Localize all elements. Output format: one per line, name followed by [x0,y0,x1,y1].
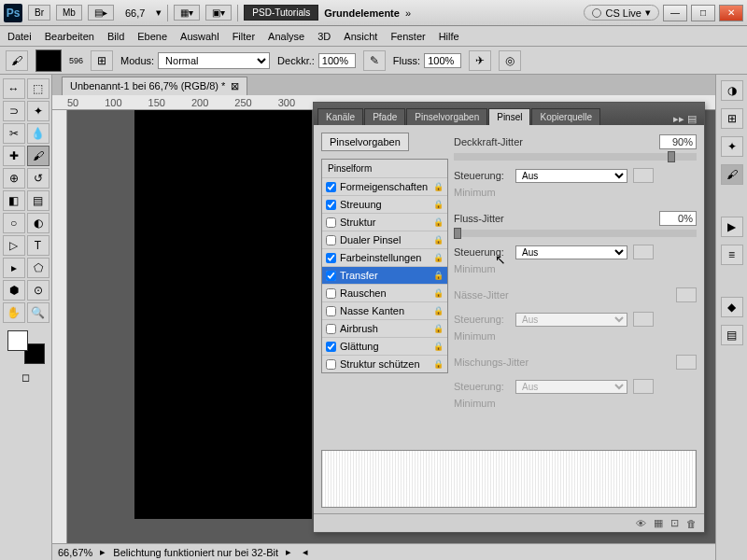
menu-bearbeiten[interactable]: Bearbeiten [45,31,94,42]
document-tab[interactable]: Unbenannt-1 bei 66,7% (RGB/8) *⊠ [62,77,247,95]
menu-filter[interactable]: Filter [233,31,255,42]
status-zoom[interactable]: 66,67% [58,547,92,558]
gradient-tool[interactable]: ▤ [27,190,49,211]
brush-tool[interactable]: 🖌 [27,146,49,166]
brush-option-checkbox[interactable] [326,342,336,352]
status-info-icon[interactable]: ▸ [100,546,106,558]
shape-tool[interactable]: ⬠ [27,258,49,278]
mode-select[interactable]: Normal [158,52,270,69]
brush-presets-button[interactable]: Pinselvorgaben [321,133,409,151]
dock-styles-icon[interactable]: ✦ [721,136,743,157]
brush-option-checkbox[interactable] [326,288,336,299]
film-icon[interactable]: ▤▸ [88,5,114,21]
br-button[interactable]: Br [28,5,50,21]
3d-cam-tool[interactable]: ⊙ [27,280,49,301]
opacity-control-select[interactable]: Aus [515,169,627,183]
toggle-preview-icon[interactable]: 👁 [636,518,646,529]
menu-hilfe[interactable]: Hilfe [439,31,459,42]
tab-kanaele[interactable]: Kanäle [317,108,363,125]
trash-icon[interactable]: 🗑 [686,518,697,529]
eraser-tool[interactable]: ◧ [3,190,25,211]
mb-button[interactable]: Mb [56,5,82,21]
flow-jitter-value[interactable]: 0% [659,211,697,226]
quickmask-icon[interactable]: ◻ [2,371,49,384]
menu-ebene[interactable]: Ebene [137,31,167,42]
brush-option-formeigenschaften[interactable]: Formeigenschaften🔒 [322,177,447,195]
brush-option-streuung[interactable]: Streuung🔒 [322,195,447,213]
dock-play-icon[interactable]: ▶ [721,217,743,237]
opacity-jitter-slider[interactable] [454,153,697,161]
lasso-tool[interactable]: ⊃ [3,101,25,121]
brush-list-header[interactable]: Pinselform [322,160,447,177]
brush-option-transfer[interactable]: Transfer🔒 [322,266,447,284]
screen-icon[interactable]: ▣▾ [205,5,232,21]
brush-option-checkbox[interactable] [326,182,336,192]
tab-pinselvorgaben[interactable]: Pinselvorgaben [406,108,487,125]
brush-option-checkbox[interactable] [326,217,336,228]
dock-layers-icon[interactable]: ▤ [721,325,743,345]
brush-option-checkbox[interactable] [326,235,336,245]
pen-tool[interactable]: ▷ [3,235,25,256]
artboard[interactable] [134,110,312,519]
dock-color-icon[interactable]: ◑ [721,80,743,101]
brush-option-nasse-kanten[interactable]: Nasse Kanten🔒 [322,301,447,319]
lock-icon[interactable]: 🔒 [433,271,444,280]
lock-icon[interactable]: 🔒 [433,182,444,191]
workspace-psd-tutorials[interactable]: PSD-Tutorials [244,5,318,21]
tab-pfade[interactable]: Pfade [364,108,405,125]
tab-kopierquelle[interactable]: Kopierquelle [531,108,600,125]
close-tab-icon[interactable]: ⊠ [231,80,239,92]
lock-icon[interactable]: 🔒 [433,235,444,245]
maximize-button[interactable]: □ [691,5,715,21]
flow-control-select[interactable]: Aus [515,245,627,259]
lock-icon[interactable]: 🔒 [433,200,444,209]
dodge-tool[interactable]: ◐ [27,213,49,233]
brush-option-struktur-schützen[interactable]: Struktur schützen🔒 [322,355,447,372]
opacity-input[interactable] [318,53,356,68]
minimize-button[interactable]: — [663,5,687,21]
marquee-tool[interactable]: ⬚ [27,78,49,99]
menu-analyse[interactable]: Analyse [268,31,304,42]
menu-3d[interactable]: 3D [317,31,331,42]
brush-option-glättung[interactable]: Glättung🔒 [322,337,447,355]
move-tool[interactable]: ↔ [3,78,25,99]
menu-fenster[interactable]: Fenster [390,31,425,42]
workspace-more[interactable]: » [405,7,411,19]
tablet-size-icon[interactable]: ◎ [499,50,521,71]
menu-bild[interactable]: Bild [107,31,124,42]
cs-live[interactable]: CS Live▾ [584,5,659,21]
tab-pinsel[interactable]: Pinsel [488,108,530,125]
lock-icon[interactable]: 🔒 [433,288,444,298]
brush-option-airbrush[interactable]: Airbrush🔒 [322,319,447,337]
view-icon[interactable]: ▦▾ [174,5,200,21]
zoom-tool[interactable]: 🔍 [27,302,49,323]
blur-tool[interactable]: ○ [3,213,25,233]
brush-option-struktur[interactable]: Struktur🔒 [322,213,447,231]
brush-panel-toggle-icon[interactable]: ⊞ [91,50,113,71]
hand-tool[interactable]: ✋ [3,302,25,323]
brush-preview[interactable] [35,49,62,72]
path-select[interactable]: ▸ [3,258,25,278]
lock-icon[interactable]: 🔒 [433,324,444,333]
lock-icon[interactable]: 🔒 [433,342,444,351]
lock-icon[interactable]: 🔒 [433,306,444,315]
lock-icon[interactable]: 🔒 [433,253,444,262]
brush-option-checkbox[interactable] [326,271,336,281]
close-button[interactable]: ✕ [719,5,743,21]
stamp-tool[interactable]: ⊕ [3,168,25,189]
menu-datei[interactable]: Datei [7,31,32,42]
brush-option-dualer-pinsel[interactable]: Dualer Pinsel🔒 [322,231,447,248]
dock-brush-icon[interactable]: 🖌 [721,164,743,185]
brush-option-rauschen[interactable]: Rauschen🔒 [322,284,447,301]
dock-swatches-icon[interactable]: ⊞ [721,108,743,129]
menu-auswahl[interactable]: Auswahl [180,31,219,42]
brush-option-checkbox[interactable] [326,359,336,370]
panel-collapse-icon[interactable]: ▸▸ ▤ [669,113,700,125]
brush-option-farbeinstellungen[interactable]: Farbeinstellungen🔒 [322,248,447,266]
brush-tool-icon[interactable]: 🖌 [6,50,28,71]
eyedropper-tool[interactable]: 💧 [27,123,49,144]
airbrush-icon[interactable]: ✈ [469,50,491,71]
lock-icon[interactable]: 🔒 [433,359,444,369]
tablet-opacity-icon[interactable]: ✎ [363,50,386,71]
type-tool[interactable]: T [27,235,49,256]
